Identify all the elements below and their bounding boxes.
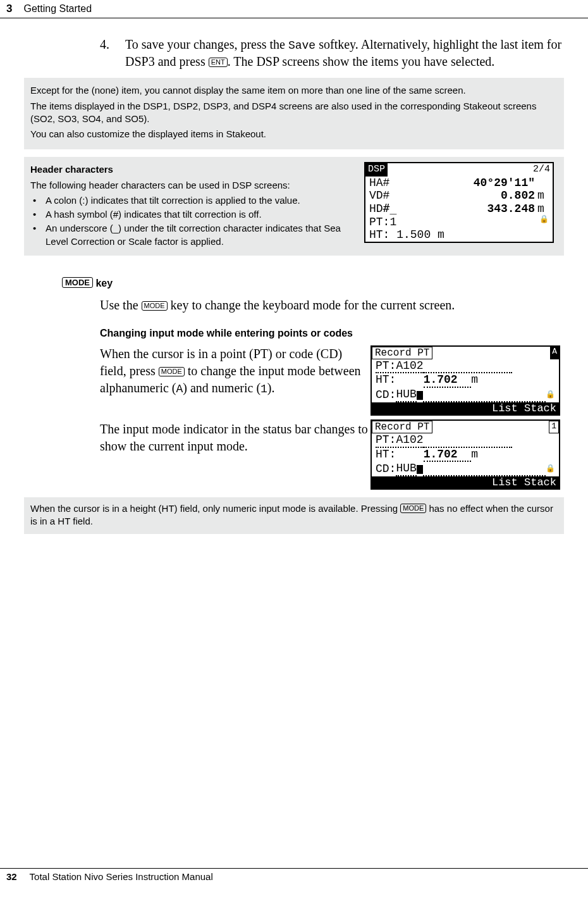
lcd-pt: PT:1 <box>369 216 539 229</box>
mode-key-inline-icon: MODE <box>142 301 168 311</box>
mode-badge-numeric: 1 <box>549 421 559 433</box>
mode-key-inline-icon-2: MODE <box>159 367 185 376</box>
changing-input-mode-heading: Changing input mode while entering point… <box>100 328 564 339</box>
lcd-dsp-screenshot: DSP 2/4 HA#40°29'11" VD#0.802m HD#̲343.2… <box>364 162 554 243</box>
step-4: 4. To save your changes, press the Save … <box>100 36 564 70</box>
mode-key-icon: MODE <box>62 277 93 289</box>
alpha-mode-glyph: A <box>176 383 183 395</box>
ent-key-icon: ENT <box>209 58 228 67</box>
page-number: 32 <box>6 871 17 882</box>
cursor-icon <box>417 391 423 400</box>
note-box-1: Except for the (none) item, you cannot d… <box>24 78 564 149</box>
header-characters-box: Header characters The following header c… <box>24 157 564 256</box>
lcd-footer-1: List Stack <box>372 476 559 488</box>
lcd-footer-a: List Stack <box>372 402 559 414</box>
changing-mode-p2: The input mode indicator in the status b… <box>100 421 371 455</box>
header-chars-intro: The following header characters can be u… <box>30 179 359 192</box>
mode-key-heading: MODE key <box>62 277 564 289</box>
lcd-record-pt-alpha: Record PT A PT:A102 HT: 1.702 m CD:HUB 🔒… <box>371 345 560 416</box>
lock-icon: 🔒 <box>546 391 555 400</box>
lcd-record-title-a: Record PT <box>372 347 432 359</box>
note1-p3: You can also customize the displayed ite… <box>30 128 558 140</box>
mode-key-paragraph: Use the MODE key to change the keyboard … <box>100 297 564 314</box>
header-line: 3 Getting Started <box>0 3 588 18</box>
lock-icon: 🔒 <box>539 216 549 229</box>
lcd-record-title-1: Record PT <box>372 421 432 433</box>
changing-mode-p1: When the cursor is in a point (PT) or co… <box>100 345 371 397</box>
chapter-number: 3 <box>6 3 12 15</box>
lcd-dsp-title: DSP <box>365 163 388 176</box>
lcd-ht: HT: 1.500 m <box>365 228 553 242</box>
bullet-underscore: An underscore (_) under the tilt correct… <box>30 222 359 248</box>
bullet-colon: A colon (:) indicates that tilt correcti… <box>30 194 359 207</box>
note1-p2: The items displayed in the DSP1, DSP2, D… <box>30 100 558 126</box>
bullet-hash: A hash symbol (#) indicates that tilt co… <box>30 208 359 221</box>
note-box-2: When the cursor is in a height (HT) fiel… <box>24 497 564 535</box>
step-number: 4. <box>100 36 125 70</box>
cursor-icon <box>417 465 423 474</box>
step-text: To save your changes, press the Save sof… <box>125 36 564 70</box>
manual-title: Total Station Nivo Series Instruction Ma… <box>30 871 213 882</box>
mode-badge-alpha: A <box>550 347 559 359</box>
lock-icon: 🔒 <box>546 465 555 474</box>
note1-p1: Except for the (none) item, you cannot d… <box>30 84 558 97</box>
header-chars-bullets: A colon (:) indicates that tilt correcti… <box>30 194 359 248</box>
chapter-title: Getting Started <box>23 3 92 15</box>
numeric-mode-glyph: 1 <box>260 383 267 395</box>
lcd-record-pt-numeric: Record PT 1 PT:A102 HT: 1.702 m CD:HUB 🔒… <box>371 419 560 490</box>
mode-key-inline-icon-3: MODE <box>400 504 426 513</box>
header-chars-title: Header characters <box>30 163 359 176</box>
lcd-dsp-page: 2/4 <box>533 163 553 176</box>
page-footer: 32 Total Station Nivo Series Instruction… <box>0 868 588 882</box>
save-softkey-code: Save <box>288 39 315 52</box>
